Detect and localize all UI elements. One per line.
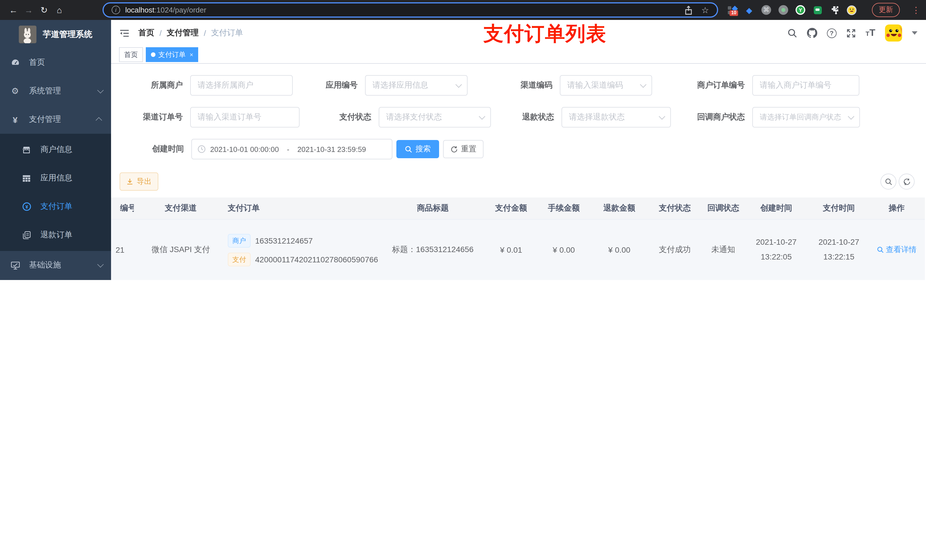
cell-create-time: 2021-10-2713:22:05 (743, 219, 809, 280)
table-row: 21 微信 JSAPI 支付 商户1635312124657 支付4200001… (111, 219, 925, 280)
browser-menu-icon[interactable]: ⋮ (912, 5, 920, 15)
orders-table: 编号 支付渠道 支付订单 商品标题 支付金额 手续金额 退款金额 支付状态 回调… (111, 198, 926, 280)
merchant-order-no-input[interactable]: 请输入商户订单编号 (752, 75, 859, 96)
avatar[interactable] (885, 24, 902, 42)
search-icon[interactable] (788, 28, 797, 38)
filter-refund-status: 退款状态 请选择退款状态 (480, 107, 671, 127)
hamburger-icon[interactable] (120, 29, 129, 37)
cell-refund: ¥ 0.00 (592, 219, 646, 280)
chevron-down-icon (848, 113, 855, 120)
fullscreen-icon[interactable] (846, 28, 856, 38)
channel-code-select[interactable]: 请输入渠道编码 (560, 75, 652, 96)
reload-icon[interactable]: ↻ (36, 0, 52, 20)
font-size-icon[interactable]: TT (865, 27, 875, 39)
sidebar: 芋道管理系统 首页 ⚙ 系统管理 ¥ 支付管理 (0, 20, 111, 280)
extension-gem-icon[interactable]: ◆ (744, 5, 754, 15)
filter-pay-status: 支付状态 请选择支付状态 (297, 107, 491, 127)
home-icon[interactable]: ⌂ (52, 0, 67, 20)
sidebar-item-app[interactable]: 应用信息 (0, 164, 111, 192)
navbar: 首页 / 支付管理 / 支付订单 支付订单列表 ? (111, 20, 926, 46)
store-icon (22, 145, 31, 154)
yen-circle-icon: ¥ (22, 202, 31, 211)
channel-order-no-input[interactable]: 请输入渠道订单号 (190, 107, 300, 127)
sidebar-item-label: 首页 (29, 57, 45, 68)
sidebar-item-devtools[interactable]: 研发工具 (0, 279, 111, 280)
tag-home[interactable]: 首页 (119, 47, 143, 62)
extension-y-icon[interactable]: Y (796, 5, 805, 15)
browser-toolbar: ← → ↻ ⌂ i localhost:1024/pay/order ☆ ◆ 1… (0, 0, 926, 20)
cell-id: 21 (111, 219, 134, 280)
filter-create-time: 创建时间 2021-10-01 00:00:00 - 2021-10-31 23… (111, 139, 392, 159)
document-copy-icon (22, 231, 31, 239)
back-icon[interactable]: ← (6, 0, 21, 20)
chevron-down-icon (455, 82, 462, 88)
extension-badge: 10 (729, 10, 738, 16)
filter-merchant: 所属商户 请选择所属商户 (111, 75, 293, 96)
pay-submenu: 商户信息 应用信息 ¥ 支付订单 (0, 134, 111, 251)
search-button[interactable]: 搜索 (396, 140, 439, 158)
puzzle-icon[interactable] (830, 5, 840, 15)
logo-image (19, 25, 36, 43)
app-filter-select[interactable]: 请选择应用信息 (365, 75, 468, 96)
sidebar-item-merchant[interactable]: 商户信息 (0, 136, 111, 164)
tag-pay-order[interactable]: 支付订单 × (146, 47, 198, 62)
reset-button[interactable]: 重置 (443, 140, 484, 158)
extension-dot-icon[interactable] (779, 5, 788, 15)
grid-icon (22, 174, 31, 182)
sidebar-item-pay[interactable]: ¥ 支付管理 (0, 105, 111, 134)
cell-amount: ¥ 0.01 (487, 219, 535, 280)
breadcrumb-home[interactable]: 首页 (138, 28, 154, 38)
toggle-search-button[interactable] (881, 174, 896, 190)
app-logo[interactable]: 芋道管理系统 (0, 20, 111, 48)
date-end: 2021-10-31 23:59:59 (297, 145, 366, 153)
help-icon[interactable]: ? (827, 28, 837, 38)
chevron-down-icon[interactable] (912, 31, 917, 35)
create-time-range-input[interactable]: 2021-10-01 00:00:00 - 2021-10-31 23:59:5… (191, 139, 392, 159)
sidebar-item-infra[interactable]: 基础设施 (0, 251, 111, 279)
url-path: :1024/pay/order (154, 6, 206, 14)
chevron-down-icon (97, 261, 104, 268)
filter-merchant-order-no: 商户订单编号 请输入商户订单编号 (660, 75, 859, 96)
cell-pay-time: 2021-10-2713:22:15 (809, 219, 869, 280)
notify-status-select[interactable]: 请选择订单回调商户状态 (752, 107, 860, 127)
refresh-table-button[interactable] (899, 174, 915, 190)
search-icon (877, 246, 884, 253)
yen-icon: ¥ (10, 115, 20, 124)
sidebar-item-order[interactable]: ¥ 支付订单 (0, 192, 111, 221)
breadcrumb-section: 支付管理 (167, 28, 199, 38)
sidebar-item-refund[interactable]: 退款订单 (0, 221, 111, 249)
sidebar-item-home[interactable]: 首页 (0, 48, 111, 77)
sidebar-item-label: 应用信息 (41, 173, 72, 183)
extension-chat-icon[interactable] (814, 6, 822, 14)
view-detail-link[interactable]: 查看详情 (877, 245, 917, 255)
clock-icon (198, 145, 206, 153)
bookmark-star-icon[interactable]: ☆ (701, 5, 709, 15)
sidebar-item-label: 退款订单 (41, 230, 72, 240)
sidebar-item-system[interactable]: ⚙ 系统管理 (0, 77, 111, 105)
update-button[interactable]: 更新 (872, 3, 900, 17)
close-icon[interactable]: × (190, 51, 193, 58)
share-icon[interactable] (684, 5, 692, 15)
pay-status-select[interactable]: 请选择支付状态 (379, 107, 491, 127)
refresh-icon (903, 178, 910, 185)
active-dot (151, 52, 156, 57)
app-title: 芋道管理系统 (43, 29, 92, 39)
cell-notify: 未通知 (703, 219, 743, 280)
svg-text:¥: ¥ (25, 204, 28, 210)
pay-tag: 支付 (228, 252, 251, 266)
page-content: 所属商户 请选择所属商户 应用编号 请选择应用信息 渠道编码 请输入渠道编码 商… (111, 64, 926, 280)
address-bar[interactable]: i localhost:1024/pay/order ☆ (103, 2, 718, 18)
cell-fee: ¥ 0.00 (535, 219, 592, 280)
emoji-avatar-icon[interactable] (847, 5, 856, 15)
extension-grid-icon[interactable]: ◆ 10 (727, 5, 737, 15)
cell-order: 商户1635312124657 支付4200001174202110278060… (228, 219, 379, 280)
export-button[interactable]: 导出 (120, 172, 158, 191)
page-title-annotation: 支付订单列表 (484, 22, 607, 45)
site-info-icon[interactable]: i (112, 6, 120, 14)
forward-icon[interactable]: → (21, 0, 36, 20)
github-icon[interactable] (807, 28, 817, 38)
extension-command-icon[interactable]: ⌘ (761, 5, 771, 15)
refund-status-select[interactable]: 请选择退款状态 (561, 107, 671, 127)
merchant-filter-input[interactable]: 请选择所属商户 (190, 75, 293, 96)
filter-channel-order-no: 渠道订单号 请输入渠道订单号 (111, 107, 300, 127)
